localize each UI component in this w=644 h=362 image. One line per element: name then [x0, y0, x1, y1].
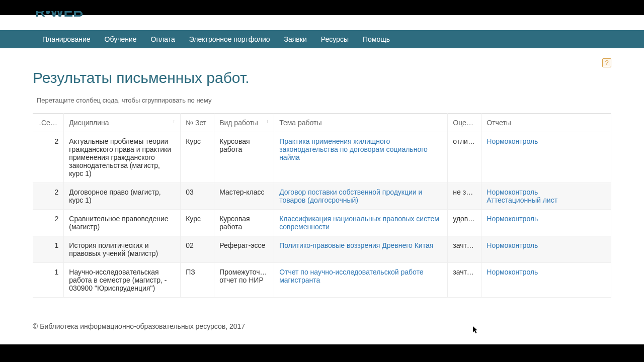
table-row: 1 Научно-исследовательская работа в семе… [33, 263, 611, 298]
col-header-discipline[interactable]: Дисциплина↑ [64, 114, 181, 132]
cell-grade: зачтено [448, 236, 481, 263]
cell-discipline: Актуальные проблемы теории гражданского … [64, 132, 181, 183]
table-body: 2 Актуальные проблемы теории гражданског… [33, 132, 611, 298]
col-header-semester[interactable]: ↓Се… [33, 114, 64, 132]
cell-zet: ПЗ [181, 263, 214, 298]
cell-zet: 03 [181, 183, 214, 210]
nav-item-resources[interactable]: Ресурсы [314, 30, 356, 48]
cell-work-type: Курсовая работа [214, 210, 274, 236]
page-title: Результаты письменных работ. [33, 69, 611, 86]
cell-work-type: Промежуточ… отчет по НИР [214, 263, 274, 298]
main-navbar: Планирование Обучение Оплата Электронное… [0, 30, 644, 48]
nav-item-planning[interactable]: Планирование [35, 30, 98, 48]
topic-link[interactable]: Отчет по научно-исследовательской работе… [279, 268, 423, 284]
cell-zet: Курс [181, 210, 214, 236]
topic-link[interactable]: Договор поставки собственной продукции и… [279, 188, 422, 204]
cell-reports: Нормоконтроль [481, 236, 611, 263]
col-header-zet[interactable]: № Зет [181, 114, 214, 132]
col-header-topic[interactable]: Тема работы [274, 114, 448, 132]
cell-grade: отлич… [448, 132, 481, 183]
cell-topic: Политико-правовые воззрения Древнего Кит… [274, 236, 448, 263]
report-link[interactable]: Нормоконтроль [487, 188, 606, 196]
topic-link[interactable]: Практика применения жилищного законодате… [279, 137, 428, 161]
col-header-reports[interactable]: Отчеты [481, 114, 611, 132]
cell-discipline: Сравнительное правоведение (магистр) [64, 210, 181, 236]
cell-discipline: Научно-исследовательская работа в семест… [64, 263, 181, 298]
cell-reports: Нормоконтроль [481, 132, 611, 183]
header-area: R•WEB [0, 15, 644, 30]
nav-item-payment[interactable]: Оплата [144, 30, 182, 48]
table-header-row: ↓Се… Дисциплина↑ № Зет Вид работы↑ Тема … [33, 114, 611, 132]
footer-text: © Библиотека информационно-образовательн… [33, 322, 611, 330]
report-link[interactable]: Нормоконтроль [487, 241, 606, 249]
results-table: ↓Се… Дисциплина↑ № Зет Вид работы↑ Тема … [33, 113, 611, 298]
cell-reports: Нормоконтроль [481, 263, 611, 298]
cell-work-type: Мастер-класс [214, 183, 274, 210]
cell-work-type: Реферат-эссе [214, 236, 274, 263]
report-link[interactable]: Нормоконтроль [487, 268, 606, 276]
table-row: 2 Актуальные проблемы теории гражданског… [33, 132, 611, 183]
cell-discipline: Договорное право (магистр, курс 1) [64, 183, 181, 210]
table-row: 1 История политических и правовых учений… [33, 236, 611, 263]
report-link[interactable]: Нормоконтроль [487, 215, 606, 223]
cell-grade: зачтено [448, 263, 481, 298]
cell-topic: Договор поставки собственной продукции и… [274, 183, 448, 210]
nav-item-portfolio[interactable]: Электронное портфолио [182, 30, 277, 48]
logo-fragment: R•WEB [35, 11, 83, 20]
topic-link[interactable]: Классификация национальных правовых сист… [279, 215, 439, 231]
cell-reports: НормоконтрольАттестационный лист [481, 183, 611, 210]
group-by-hint[interactable]: Перетащите столбец сюда, чтобы сгруппиро… [33, 97, 611, 104]
col-header-work-type[interactable]: Вид работы↑ [214, 114, 274, 132]
cell-reports: Нормоконтроль [481, 210, 611, 236]
cell-topic: Отчет по научно-исследовательской работе… [274, 263, 448, 298]
cell-grade: не зачтено [448, 183, 481, 210]
footer-divider [33, 313, 611, 313]
nav-item-help[interactable]: Помощь [356, 30, 397, 48]
nav-item-education[interactable]: Обучение [98, 30, 144, 48]
cell-work-type: Курсовая работа [214, 132, 274, 183]
cell-zet: 02 [181, 236, 214, 263]
cell-discipline: История политических и правовых учений (… [64, 236, 181, 263]
help-icon[interactable]: ? [602, 58, 611, 67]
table-row: 2 Договорное право (магистр, курс 1) 03 … [33, 183, 611, 210]
table-row: 2 Сравнительное правоведение (магистр) К… [33, 210, 611, 236]
nav-item-requests[interactable]: Заявки [277, 30, 314, 48]
cell-semester: 2 [33, 132, 64, 183]
report-link[interactable]: Нормоконтроль [487, 137, 606, 145]
page-content: ? Результаты письменных работ. Перетащит… [0, 48, 644, 340]
cell-grade: удовл… [448, 210, 481, 236]
report-link[interactable]: Аттестационный лист [487, 196, 606, 204]
cell-semester: 2 [33, 183, 64, 210]
col-header-grade[interactable]: Оценка [448, 114, 481, 132]
cell-zet: Курс [181, 132, 214, 183]
cell-semester: 1 [33, 263, 64, 298]
cell-semester: 2 [33, 210, 64, 236]
cell-topic: Классификация национальных правовых сист… [274, 210, 448, 236]
topic-link[interactable]: Политико-правовые воззрения Древнего Кит… [279, 241, 433, 249]
cell-topic: Практика применения жилищного законодате… [274, 132, 448, 183]
top-black-strip [0, 0, 644, 15]
cell-semester: 1 [33, 236, 64, 263]
